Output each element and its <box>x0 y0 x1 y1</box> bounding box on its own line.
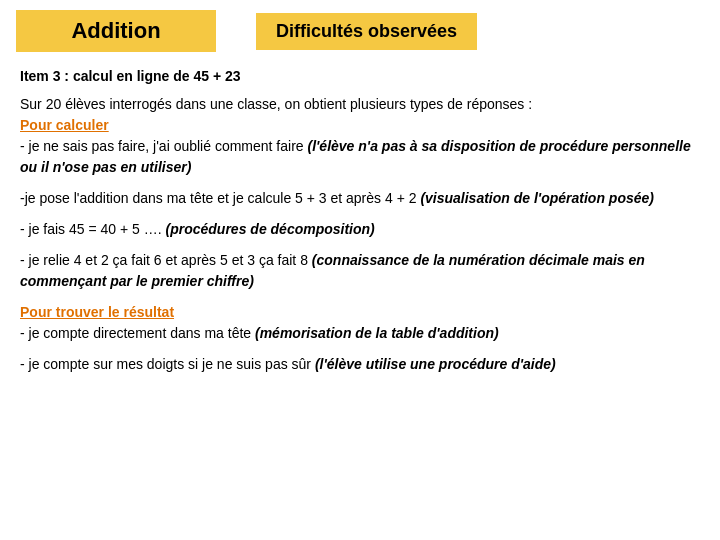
intro-text: Sur 20 élèves interrogés dans une classe… <box>20 96 532 112</box>
item-line: Item 3 : calcul en ligne de 45 + 23 <box>20 68 700 84</box>
pour-trouver-paragraph: Pour trouver le résultat - je compte dir… <box>20 302 700 344</box>
page: Addition Difficultés observées Item 3 : … <box>0 0 720 540</box>
para6-text: - je compte sur mes doigts si je ne suis… <box>20 356 315 372</box>
para6-paragraph: - je compte sur mes doigts si je ne suis… <box>20 354 700 375</box>
title: Addition <box>71 18 160 43</box>
content: Item 3 : calcul en ligne de 45 + 23 Sur … <box>16 68 704 375</box>
para4-text: - je relie 4 et 2 ça fait 6 et après 5 e… <box>20 252 312 268</box>
pour-trouver-label: Pour trouver le résultat <box>20 304 174 320</box>
header: Addition Difficultés observées <box>16 10 704 52</box>
para6-italic: (l'élève utilise une procédure d'aide) <box>315 356 556 372</box>
para3-italic: (procédures de décomposition) <box>166 221 375 237</box>
para3-paragraph: - je fais 45 = 40 + 5 …. (procédures de … <box>20 219 700 240</box>
para2-paragraph: -je pose l'addition dans ma tête et je c… <box>20 188 700 209</box>
para5-italic: (mémorisation de la table d'addition) <box>255 325 499 341</box>
para2-italic: (visualisation de l'opération posée) <box>420 190 654 206</box>
difficulties-box: Difficultés observées <box>256 13 477 50</box>
intro-paragraph: Sur 20 élèves interrogés dans une classe… <box>20 94 700 178</box>
para3-text: - je fais 45 = 40 + 5 …. <box>20 221 166 237</box>
difficulties-label: Difficultés observées <box>276 21 457 41</box>
para2-text: -je pose l'addition dans ma tête et je c… <box>20 190 420 206</box>
para4-paragraph: - je relie 4 et 2 ça fait 6 et après 5 e… <box>20 250 700 292</box>
title-box: Addition <box>16 10 216 52</box>
para1-text: - je ne sais pas faire, j'ai oublié comm… <box>20 138 307 154</box>
pour-calculer-label: Pour calculer <box>20 117 109 133</box>
para5-text: - je compte directement dans ma tête <box>20 325 255 341</box>
